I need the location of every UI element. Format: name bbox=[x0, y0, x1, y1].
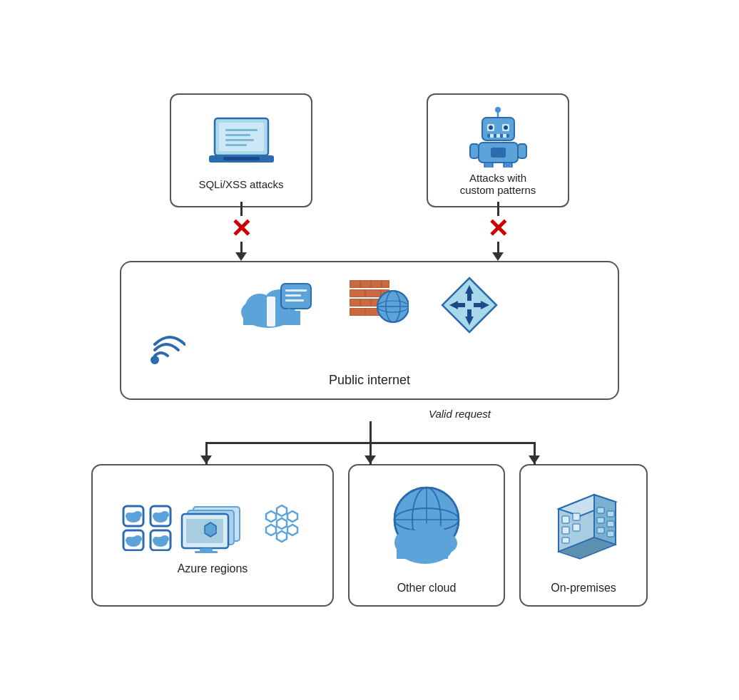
svg-rect-3 bbox=[223, 157, 260, 160]
svg-rect-17 bbox=[496, 134, 500, 138]
custom-blocked-arrow: ✕ bbox=[427, 202, 569, 261]
svg-point-14 bbox=[504, 125, 508, 130]
azure-regions-label: Azure regions bbox=[178, 562, 248, 575]
svg-rect-108 bbox=[397, 546, 448, 559]
svg-rect-37 bbox=[361, 281, 370, 287]
svg-rect-50 bbox=[350, 309, 365, 315]
branching-arrows bbox=[120, 421, 619, 464]
svg-rect-90 bbox=[195, 551, 218, 553]
blocked-arrows-row: ✕ ✕ bbox=[120, 207, 619, 261]
svg-point-9 bbox=[495, 107, 501, 113]
svg-rect-42 bbox=[366, 290, 380, 297]
svg-rect-23 bbox=[484, 163, 493, 168]
sqli-attack-box: SQLi/XSS attacks bbox=[170, 93, 312, 207]
svg-rect-46 bbox=[361, 299, 370, 306]
svg-marker-92 bbox=[277, 505, 287, 516]
svg-marker-88 bbox=[205, 523, 216, 537]
internet-icons-row bbox=[240, 277, 500, 334]
svg-point-80 bbox=[133, 535, 142, 542]
svg-rect-115 bbox=[562, 527, 569, 534]
svg-point-74 bbox=[133, 511, 142, 518]
svg-marker-94 bbox=[287, 525, 297, 535]
svg-rect-4 bbox=[225, 129, 258, 131]
svg-rect-33 bbox=[285, 294, 301, 297]
block-x-mark-2: ✕ bbox=[487, 216, 509, 242]
other-cloud-box: Other cloud bbox=[348, 464, 505, 607]
on-premises-label: On-premises bbox=[551, 582, 616, 595]
svg-rect-116 bbox=[573, 524, 580, 531]
svg-point-83 bbox=[160, 535, 169, 542]
svg-rect-60 bbox=[467, 294, 472, 301]
svg-marker-91 bbox=[277, 518, 287, 529]
building-icon bbox=[537, 480, 630, 576]
svg-rect-120 bbox=[597, 518, 604, 523]
svg-rect-24 bbox=[504, 163, 512, 168]
sqli-label: SQLi/XSS attacks bbox=[198, 178, 283, 190]
svg-rect-114 bbox=[573, 513, 580, 520]
internet-label: Public internet bbox=[329, 373, 410, 388]
svg-rect-62 bbox=[467, 309, 472, 316]
firewall-icon bbox=[347, 277, 411, 334]
on-premises-box: On-premises bbox=[519, 464, 648, 607]
svg-rect-64 bbox=[458, 303, 465, 307]
svg-rect-16 bbox=[490, 134, 494, 138]
svg-rect-21 bbox=[470, 144, 479, 158]
svg-rect-122 bbox=[597, 527, 604, 533]
arrow-tip-1 bbox=[235, 252, 247, 261]
svg-marker-97 bbox=[266, 511, 276, 522]
azure-regions-box: Azure regions bbox=[91, 464, 334, 607]
svg-rect-41 bbox=[350, 290, 365, 297]
svg-rect-20 bbox=[491, 148, 506, 158]
destination-boxes-row: Azure regions bbox=[91, 464, 648, 607]
azure-cloud-icon bbox=[240, 277, 318, 334]
other-cloud-label: Other cloud bbox=[397, 582, 457, 595]
svg-rect-7 bbox=[225, 144, 247, 146]
svg-point-76 bbox=[153, 513, 160, 520]
svg-rect-38 bbox=[372, 281, 381, 287]
routing-icon bbox=[439, 277, 500, 334]
svg-rect-18 bbox=[503, 134, 506, 138]
svg-rect-121 bbox=[607, 521, 614, 527]
svg-point-73 bbox=[126, 513, 133, 520]
svg-rect-5 bbox=[225, 134, 250, 136]
svg-rect-6 bbox=[225, 139, 254, 141]
custom-attack-box: Attacks with custom patterns bbox=[427, 93, 569, 207]
attack-sources-row: SQLi/XSS attacks bbox=[170, 93, 569, 207]
valid-request-label: Valid request bbox=[429, 408, 491, 420]
svg-point-13 bbox=[489, 125, 493, 130]
svg-marker-95 bbox=[277, 531, 287, 542]
other-cloud-icon bbox=[370, 480, 484, 576]
svg-marker-93 bbox=[287, 511, 297, 522]
svg-rect-45 bbox=[350, 299, 360, 306]
sqli-blocked-arrow: ✕ bbox=[170, 202, 312, 261]
valid-request-section: Valid request bbox=[120, 400, 619, 464]
svg-rect-113 bbox=[562, 516, 569, 523]
svg-point-82 bbox=[153, 537, 160, 544]
architecture-diagram: SQLi/XSS attacks bbox=[49, 93, 690, 607]
svg-rect-119 bbox=[607, 511, 614, 517]
svg-rect-123 bbox=[607, 531, 614, 537]
svg-rect-29 bbox=[267, 297, 275, 326]
laptop-icon bbox=[205, 111, 277, 175]
arrow-tip-2 bbox=[492, 252, 504, 261]
svg-marker-96 bbox=[266, 525, 276, 535]
svg-rect-117 bbox=[562, 537, 569, 543]
public-internet-box: Public internet bbox=[120, 261, 619, 400]
svg-rect-32 bbox=[285, 289, 307, 292]
azure-icons bbox=[122, 500, 304, 557]
svg-rect-22 bbox=[518, 144, 526, 158]
svg-rect-34 bbox=[285, 299, 304, 302]
robot-icon bbox=[462, 105, 534, 169]
svg-rect-118 bbox=[597, 508, 604, 513]
block-x-mark-1: ✕ bbox=[230, 216, 252, 242]
custom-label: Attacks with custom patterns bbox=[460, 172, 536, 196]
svg-rect-36 bbox=[350, 281, 360, 287]
svg-rect-1 bbox=[219, 123, 264, 151]
svg-point-77 bbox=[160, 511, 169, 518]
svg-rect-39 bbox=[382, 281, 389, 287]
wifi-rss-icon bbox=[146, 330, 189, 369]
svg-point-79 bbox=[126, 537, 133, 544]
svg-rect-66 bbox=[474, 303, 481, 307]
